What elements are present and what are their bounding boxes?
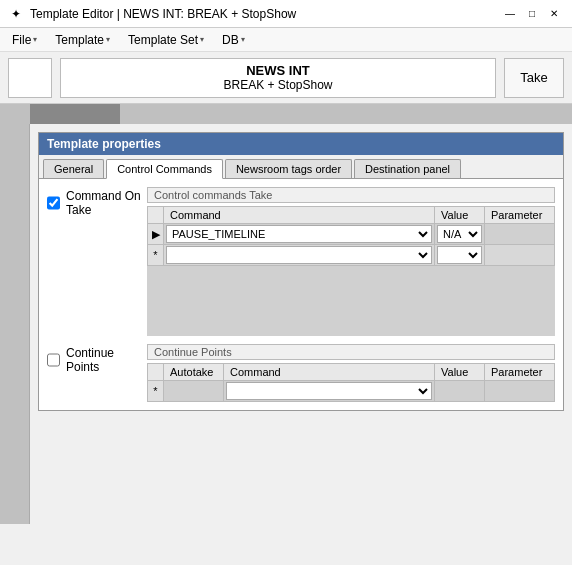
toolbar-title-main: NEWS INT: [246, 63, 310, 78]
menu-file[interactable]: File ▾: [4, 31, 45, 49]
menu-bar: File ▾ Template ▾ Template Set ▾ DB ▾: [0, 28, 572, 52]
autotake-cell: [164, 381, 224, 402]
parameter-cell: [485, 381, 555, 402]
toolbar-title-sub: BREAK + StopShow: [223, 78, 332, 92]
close-button[interactable]: ✕: [544, 4, 564, 24]
col-parameter-header: Parameter: [485, 364, 555, 381]
cp-command-select[interactable]: PAUSE_TIMELINE: [226, 382, 432, 400]
col-marker-header: [148, 207, 164, 224]
tab-bar: General Control Commands Newsroom tags o…: [39, 155, 563, 179]
toolbar-title-area: NEWS INT BREAK + StopShow: [60, 58, 496, 98]
tab-control-commands[interactable]: Control Commands: [106, 159, 223, 179]
menu-template-set[interactable]: Template Set ▾: [120, 31, 212, 49]
value-cell: [435, 381, 485, 402]
command-on-take-checkbox[interactable]: [47, 196, 60, 210]
window-controls: — □ ✕: [500, 4, 564, 24]
control-commands-section-title: Control commands Take: [147, 187, 555, 203]
maximize-button[interactable]: □: [522, 4, 542, 24]
continue-points-label: Continue Points: [66, 346, 143, 374]
continue-points-section-title: Continue Points: [147, 344, 555, 360]
window-title: Template Editor | NEWS INT: BREAK + Stop…: [30, 7, 494, 21]
menu-template[interactable]: Template ▾: [47, 31, 118, 49]
app-icon: ✦: [8, 6, 24, 22]
table-row: * PAUSE_TIMELINE: [148, 245, 555, 266]
col-command-header: Command: [224, 364, 435, 381]
command-select[interactable]: PAUSE_TIMELINE STOP_TIMELINE RESUME_TIME…: [166, 225, 432, 243]
col-value-header: Value: [435, 207, 485, 224]
command-on-take-row: Command On Take: [47, 187, 143, 219]
continue-points-left: Continue Points: [47, 344, 147, 402]
command-on-take-label: Command On Take: [66, 189, 143, 217]
toolbar: NEWS INT BREAK + StopShow Take: [0, 52, 572, 104]
continue-points-checkbox[interactable]: [47, 353, 60, 367]
tab-newsroom-tags[interactable]: Newsroom tags order: [225, 159, 352, 178]
gray-panel-decoration: [30, 104, 120, 124]
two-col-layout: Command On Take Control commands Take Co…: [47, 187, 555, 336]
table-row: * PAUSE_TIMELINE: [148, 381, 555, 402]
chevron-down-icon: ▾: [33, 35, 37, 44]
template-properties-panel: Template properties General Control Comm…: [38, 132, 564, 411]
col-command-header: Command: [164, 207, 435, 224]
tab-general[interactable]: General: [43, 159, 104, 178]
tab-destination-panel[interactable]: Destination panel: [354, 159, 461, 178]
gray-strip: [0, 104, 572, 124]
continue-points-table: Autotake Command Value Parameter *: [147, 363, 555, 402]
command-cell: PAUSE_TIMELINE STOP_TIMELINE RESUME_TIME…: [164, 224, 435, 245]
command-cell: PAUSE_TIMELINE: [224, 381, 435, 402]
right-content: Template properties General Control Comm…: [30, 124, 572, 524]
minimize-button[interactable]: —: [500, 4, 520, 24]
right-column: Control commands Take Command Value Para…: [147, 187, 555, 336]
table-row: ▶ PAUSE_TIMELINE STOP_TIMELINE RESUME_TI…: [148, 224, 555, 245]
left-sidebar: [0, 124, 30, 524]
parameter-cell: [485, 224, 555, 245]
parameter-cell: [485, 245, 555, 266]
toolbar-thumbnail: [8, 58, 52, 98]
command-select-empty[interactable]: PAUSE_TIMELINE: [166, 246, 432, 264]
col-parameter-header: Parameter: [485, 207, 555, 224]
template-properties-header: Template properties: [39, 133, 563, 155]
take-button[interactable]: Take: [504, 58, 564, 98]
value-select-empty[interactable]: N/A: [437, 246, 482, 264]
chevron-down-icon: ▾: [241, 35, 245, 44]
row-marker: *: [148, 245, 164, 266]
row-marker: *: [148, 381, 164, 402]
col-value-header: Value: [435, 364, 485, 381]
control-commands-table: Command Value Parameter ▶: [147, 206, 555, 266]
continue-points-layout: Continue Points Continue Points Autotake…: [47, 344, 555, 402]
value-cell: N/A: [435, 245, 485, 266]
continue-points-row: Continue Points: [47, 344, 143, 376]
col-autotake-header: Autotake: [164, 364, 224, 381]
value-cell: N/A YES NO: [435, 224, 485, 245]
left-column: Command On Take: [47, 187, 147, 336]
row-marker: ▶: [148, 224, 164, 245]
main-layout: Template properties General Control Comm…: [0, 124, 572, 524]
empty-area: [147, 266, 555, 336]
continue-points-right: Continue Points Autotake Command Value P…: [147, 344, 555, 402]
title-bar: ✦ Template Editor | NEWS INT: BREAK + St…: [0, 0, 572, 28]
chevron-down-icon: ▾: [106, 35, 110, 44]
menu-db[interactable]: DB ▾: [214, 31, 253, 49]
col-marker-header: [148, 364, 164, 381]
value-select[interactable]: N/A YES NO: [437, 225, 482, 243]
command-cell: PAUSE_TIMELINE: [164, 245, 435, 266]
tab-content-control-commands: Command On Take Control commands Take Co…: [39, 179, 563, 410]
chevron-down-icon: ▾: [200, 35, 204, 44]
